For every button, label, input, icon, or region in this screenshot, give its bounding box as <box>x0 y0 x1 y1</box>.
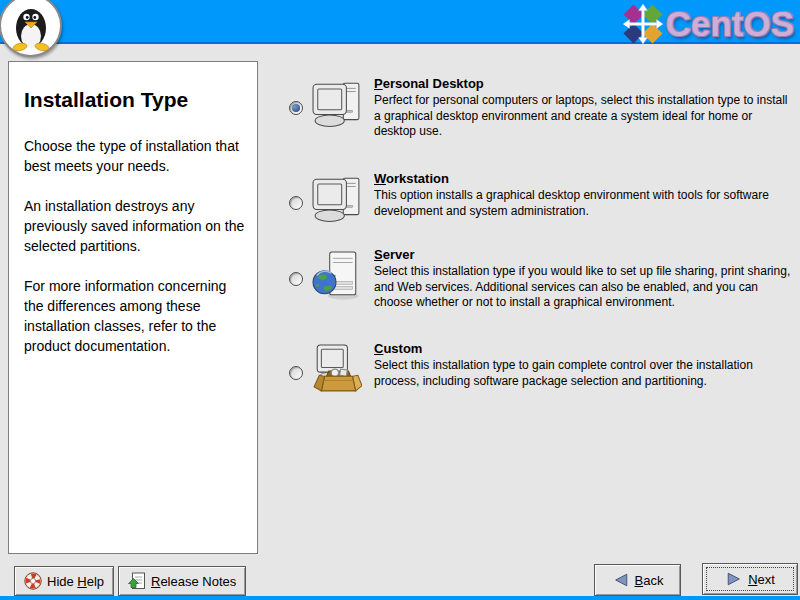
option-label: Personal Desktop <box>374 76 792 91</box>
option-custom[interactable]: Custom Select this installation type to … <box>289 341 794 394</box>
workstation-computer-icon <box>312 174 362 224</box>
release-notes-button[interactable]: Release Notes <box>118 566 246 596</box>
next-arrow-icon <box>725 571 743 587</box>
radio-server[interactable] <box>289 272 303 286</box>
page-title: Installation Type <box>24 88 245 112</box>
option-description: Select this installation type if you wou… <box>374 264 792 311</box>
centos-logo: CentOS <box>623 4 794 44</box>
desktop-computer-icon <box>312 79 362 129</box>
help-paragraph: An installation destroys any previously … <box>24 196 245 256</box>
option-label: Server <box>374 247 792 262</box>
radio-custom[interactable] <box>289 366 303 380</box>
option-personal-desktop[interactable]: Personal Desktop Perfect for personal co… <box>289 76 794 140</box>
release-notes-label: Release Notes <box>151 574 236 589</box>
option-description: This option installs a graphical desktop… <box>374 188 792 219</box>
hide-help-label: Hide Help <box>47 574 104 589</box>
radio-workstation[interactable] <box>289 196 303 210</box>
back-button[interactable]: Back <box>594 564 681 596</box>
back-label: Back <box>635 573 664 588</box>
help-paragraph: Choose the type of installation that bes… <box>24 136 245 176</box>
next-button[interactable]: Next <box>702 563 798 595</box>
bottom-accent-strip <box>0 596 800 600</box>
server-globe-icon <box>312 250 362 300</box>
lifebuoy-icon <box>24 572 42 590</box>
option-workstation[interactable]: Workstation This option installs a graph… <box>289 171 794 224</box>
hide-help-button[interactable]: Hide Help <box>14 566 114 596</box>
option-server[interactable]: Server Select this installation type if … <box>289 247 794 311</box>
custom-package-box-icon <box>312 344 362 394</box>
brand-text: CentOS <box>666 4 794 44</box>
next-label: Next <box>748 572 775 587</box>
option-label: Workstation <box>374 171 792 186</box>
back-arrow-icon <box>612 572 630 588</box>
option-description: Perfect for personal computers or laptop… <box>374 93 792 140</box>
centos-pinwheel-icon <box>623 4 663 44</box>
help-panel: Installation Type Choose the type of ins… <box>8 61 258 554</box>
option-description: Select this installation type to gain co… <box>374 358 792 389</box>
release-notes-icon <box>128 572 146 590</box>
help-paragraph: For more information concerning the diff… <box>24 276 245 356</box>
option-label: Custom <box>374 341 792 356</box>
radio-personal-desktop[interactable] <box>289 101 303 115</box>
tux-penguin-icon <box>0 0 62 57</box>
